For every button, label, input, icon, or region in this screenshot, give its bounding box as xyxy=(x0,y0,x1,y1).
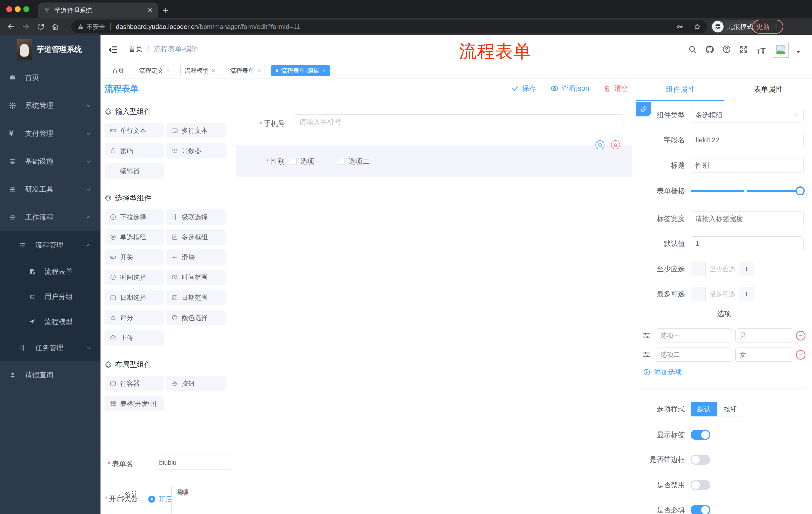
update-button[interactable]: 更新 ⋮ xyxy=(752,20,783,34)
sidebar-item-流程表单[interactable]: 流程表单 xyxy=(0,259,100,284)
checkbox-icon[interactable] xyxy=(338,158,345,165)
tab-close-icon[interactable]: ✕ xyxy=(147,6,153,14)
tag-close-icon[interactable]: × xyxy=(322,67,326,74)
label-width-input[interactable] xyxy=(691,212,804,226)
palette-item-日期选择[interactable]: 日期选择 xyxy=(105,290,164,305)
drag-handle-icon[interactable] xyxy=(641,350,651,360)
gender-option-1[interactable]: 选项一 xyxy=(290,157,321,166)
phone-input[interactable] xyxy=(294,114,624,130)
stepper-plus-button[interactable]: + xyxy=(739,287,754,301)
sidebar-item-流程管理[interactable]: 流程管理 xyxy=(0,231,100,259)
tag-close-icon[interactable]: × xyxy=(166,67,170,74)
tag-close-icon[interactable]: × xyxy=(257,67,261,74)
security-warning-icon[interactable]: 不安全 xyxy=(77,23,105,31)
tab-component-props[interactable]: 组件属性 xyxy=(636,78,724,101)
help-icon[interactable] xyxy=(722,45,731,54)
sidebar-item-请假查询[interactable]: 请假查询 xyxy=(0,361,100,388)
delete-component-button[interactable] xyxy=(611,140,620,150)
user-menu-caret-icon[interactable] xyxy=(795,49,801,55)
palette-item-计数器[interactable]: 123计数器 xyxy=(166,143,226,158)
option-value-input[interactable] xyxy=(735,348,793,361)
avatar[interactable] xyxy=(773,42,789,58)
palette-item-按钮[interactable]: 按钮 xyxy=(166,376,226,391)
style-button-button[interactable]: 按钮 xyxy=(717,402,744,416)
toggle-是否禁用[interactable] xyxy=(691,480,710,490)
palette-item-密码[interactable]: 密码 xyxy=(105,143,164,158)
field-name-input[interactable] xyxy=(691,133,804,147)
sidebar-item-工作流程[interactable]: 工作流程 xyxy=(0,203,100,231)
palette-item-开关[interactable]: 开关 xyxy=(105,249,164,265)
form-grid-slider[interactable] xyxy=(691,184,804,198)
palette-item-上传[interactable]: 上传 xyxy=(105,330,164,346)
search-icon[interactable] xyxy=(688,45,697,54)
palette-item-多行文本[interactable]: 多行文本 xyxy=(166,123,226,138)
browser-menu-icon[interactable]: ⋮ xyxy=(773,23,779,31)
drag-handle-icon[interactable] xyxy=(641,330,651,341)
palette-item-日期范围[interactable]: 日期范围 xyxy=(166,290,226,305)
tagview-tag-流程模型[interactable]: 流程模型× xyxy=(180,65,219,76)
sidebar-item-用户分组[interactable]: 用户分组 xyxy=(0,284,100,309)
min-select-stepper[interactable]: − 至少应选 + xyxy=(691,262,754,276)
toggle-是否带边框[interactable] xyxy=(691,455,710,465)
tag-close-icon[interactable]: × xyxy=(212,67,215,74)
palette-item-单行文本[interactable]: 单行文本 xyxy=(105,123,164,138)
form-name-input[interactable] xyxy=(155,455,233,470)
forward-icon[interactable] xyxy=(22,22,30,31)
tagview-tag-流程表单-编辑[interactable]: 流程表单-编辑× xyxy=(271,65,330,76)
component-type-select[interactable]: 多选框组 xyxy=(691,108,804,123)
stepper-plus-button[interactable]: + xyxy=(739,262,754,276)
address-bar[interactable]: 不安全 dashboard.yudao.iocoder.cn/bpm/manag… xyxy=(71,20,707,33)
sidebar-item-研发工具[interactable]: 研发工具 xyxy=(0,175,100,203)
palette-item-滑块[interactable]: 滑块 xyxy=(166,249,226,265)
palette-item-时间范围[interactable]: 时间范围 xyxy=(166,270,226,285)
sidebar-item-系统管理[interactable]: 系统管理 xyxy=(0,91,100,119)
fullscreen-icon[interactable] xyxy=(739,45,748,54)
new-tab-button[interactable]: + xyxy=(163,3,169,17)
palette-item-时间选择[interactable]: 时间选择 xyxy=(105,270,164,285)
tagview-tag-流程表单[interactable]: 流程表单× xyxy=(226,65,265,76)
stepper-minus-button[interactable]: − xyxy=(691,262,706,276)
status-radio-on[interactable]: 开启 xyxy=(148,494,172,504)
home-icon[interactable] xyxy=(51,23,59,31)
breadcrumb-home[interactable]: 首页 xyxy=(128,44,143,54)
sidebar-item-任务管理[interactable]: 任务管理 xyxy=(0,334,100,361)
checkbox-icon[interactable] xyxy=(290,158,297,165)
sidebar-item-基础设施[interactable]: 基础设施 xyxy=(0,147,100,175)
sidebar-item-支付管理[interactable]: ¥支付管理 xyxy=(0,119,100,147)
tagview-tag-流程定义[interactable]: 流程定义× xyxy=(135,65,174,76)
option-label-input[interactable] xyxy=(656,328,732,343)
traffic-zoom-button[interactable] xyxy=(23,6,29,12)
default-value-input[interactable] xyxy=(691,236,804,251)
max-select-stepper[interactable]: − 最多可选 + xyxy=(691,287,754,301)
gender-field-selected[interactable]: *性别 选项一 选项二 xyxy=(236,144,632,177)
title-input[interactable] xyxy=(691,158,804,173)
traffic-close-button[interactable] xyxy=(6,6,12,12)
add-option-button[interactable]: 添加选项 xyxy=(643,367,682,377)
palette-item-行容器[interactable]: 行容器 xyxy=(105,376,164,391)
traffic-minimize-button[interactable] xyxy=(15,6,21,12)
style-default-button[interactable]: 默认 xyxy=(691,402,717,416)
browser-tab[interactable]: 芋道管理系统 ✕ xyxy=(38,2,158,18)
sidebar-item-流程模型[interactable]: 流程模型 xyxy=(0,309,100,334)
slider-handle[interactable] xyxy=(796,186,805,195)
reload-icon[interactable] xyxy=(37,23,45,31)
save-button[interactable]: 保存 xyxy=(511,83,536,93)
back-icon[interactable] xyxy=(6,22,15,31)
remove-option-button[interactable] xyxy=(796,331,806,341)
tagview-tag-首页[interactable]: 首页 xyxy=(108,65,128,76)
bookmark-star-icon[interactable] xyxy=(693,23,701,30)
palette-item-单选框组[interactable]: 单选框组 xyxy=(105,229,164,245)
clear-button[interactable]: 清空 xyxy=(604,83,629,93)
gender-option-2[interactable]: 选项二 xyxy=(338,157,370,166)
palette-item-下拉选择[interactable]: 下拉选择 xyxy=(105,209,164,225)
toggle-显示标签[interactable] xyxy=(691,430,710,440)
sidebar-collapse-icon[interactable] xyxy=(108,45,118,55)
palette-item-表格[开发中][interactable]: 表格[开发中] xyxy=(105,396,164,411)
view-json-button[interactable]: 查看json xyxy=(550,83,589,93)
sidebar-item-首页[interactable]: 首页 xyxy=(0,64,100,91)
palette-item-级联选择[interactable]: 级联选择 xyxy=(166,209,226,225)
option-value-input[interactable] xyxy=(735,328,793,343)
tab-form-props[interactable]: 表单属性 xyxy=(724,78,812,101)
palette-item-评分[interactable]: 评分 xyxy=(105,310,164,325)
palette-item-编辑器[interactable]: 编辑器 xyxy=(105,163,164,179)
